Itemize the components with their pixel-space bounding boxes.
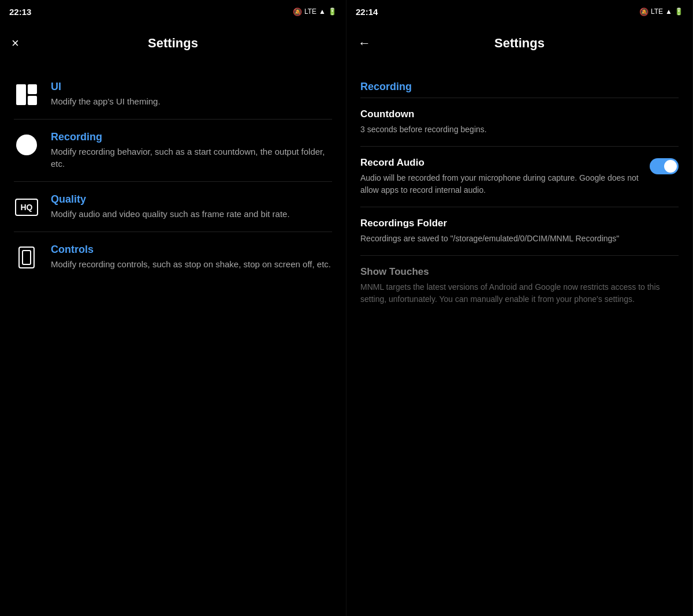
controls-menu-text: Controls Modify recording controls, such… [51,244,331,270]
countdown-desc: 3 seconds before recording begins. [360,124,487,136]
close-button[interactable]: × [12,36,19,51]
left-status-bar: 22:13 🔕 LTE ▲ 🔋 [0,0,346,23]
countdown-text: Countdown 3 seconds before recording beg… [360,109,487,136]
controls-label: Controls [51,244,331,256]
menu-item-recording[interactable]: Recording Modify recording behavior, suc… [0,120,346,181]
ui-desc: Modify the app's UI theming. [51,95,161,107]
ui-menu-text: UI Modify the app's UI theming. [51,81,161,107]
right-panel: 22:14 🔕 LTE ▲ 🔋 ← Settings Recording Cou… [346,0,693,616]
record-audio-desc: Audio will be recorded from your microph… [360,172,640,196]
countdown-title: Countdown [360,109,487,120]
record-audio-title: Record Audio [360,157,640,169]
recording-label: Recording [51,131,332,143]
left-battery-icon: 🔋 [328,8,337,16]
right-time: 22:14 [356,7,378,17]
controls-desc: Modify recording controls, such as stop … [51,258,331,270]
quality-label: Quality [51,193,290,206]
ui-label: UI [51,81,161,93]
quality-desc: Modify audio and video quality such as f… [51,208,290,220]
recording-icon [14,132,39,158]
back-button[interactable]: ← [358,36,371,51]
record-audio-toggle[interactable] [650,158,679,174]
show-touches-desc: MNML targets the latest versions of Andr… [360,281,679,305]
recordings-folder-text: Recordings Folder Recordings are saved t… [360,218,619,245]
right-header: ← Settings [346,23,692,64]
left-signal-icon: ▲ [319,8,326,16]
record-audio-header: Record Audio Audio will be recorded from… [360,157,679,196]
left-time: 22:13 [9,7,31,17]
settings-show-touches: Show Touches MNML targets the latest ver… [346,256,692,316]
right-bell-icon: 🔕 [639,8,649,16]
ui-icon [14,82,39,107]
right-signal-icon: ▲ [665,8,672,16]
countdown-header: Countdown 3 seconds before recording beg… [360,109,679,136]
left-header: × Settings [0,23,346,64]
quality-menu-text: Quality Modify audio and video quality s… [51,193,290,220]
show-touches-text: Show Touches MNML targets the latest ver… [360,266,679,305]
left-content: UI Modify the app's UI theming. Recordin… [0,64,346,616]
quality-icon: HQ [14,195,39,220]
controls-icon [14,245,39,270]
settings-recordings-folder[interactable]: Recordings Folder Recordings are saved t… [346,207,692,255]
menu-item-quality[interactable]: HQ Quality Modify audio and video qualit… [0,182,346,232]
right-battery-icon: 🔋 [675,8,683,16]
settings-countdown[interactable]: Countdown 3 seconds before recording beg… [346,98,692,146]
show-touches-header: Show Touches MNML targets the latest ver… [360,266,679,305]
recordings-folder-desc: Recordings are saved to "/storage/emulat… [360,233,619,245]
recordings-folder-title: Recordings Folder [360,218,619,229]
left-lte-text: LTE [304,8,316,16]
section-title: Recording [346,69,692,98]
left-panel: 22:13 🔕 LTE ▲ 🔋 × Settings [0,0,346,616]
left-header-title: Settings [148,36,198,51]
recordings-folder-header: Recordings Folder Recordings are saved t… [360,218,679,245]
right-lte-text: LTE [651,8,663,16]
recording-desc: Modify recording behavior, such as a sta… [51,145,332,170]
right-status-bar: 22:14 🔕 LTE ▲ 🔋 [346,0,692,23]
left-status-icons: 🔕 LTE ▲ 🔋 [293,8,337,16]
recording-menu-text: Recording Modify recording behavior, suc… [51,131,332,170]
settings-record-audio[interactable]: Record Audio Audio will be recorded from… [346,147,692,207]
left-bell-icon: 🔕 [293,8,302,16]
right-content: Recording Countdown 3 seconds before rec… [346,64,692,616]
record-audio-text: Record Audio Audio will be recorded from… [360,157,640,196]
right-status-icons: 🔕 LTE ▲ 🔋 [639,8,683,16]
menu-item-ui[interactable]: UI Modify the app's UI theming. [0,69,346,119]
right-header-title: Settings [494,36,545,51]
menu-item-controls[interactable]: Controls Modify recording controls, such… [0,232,346,282]
show-touches-title: Show Touches [360,266,679,278]
